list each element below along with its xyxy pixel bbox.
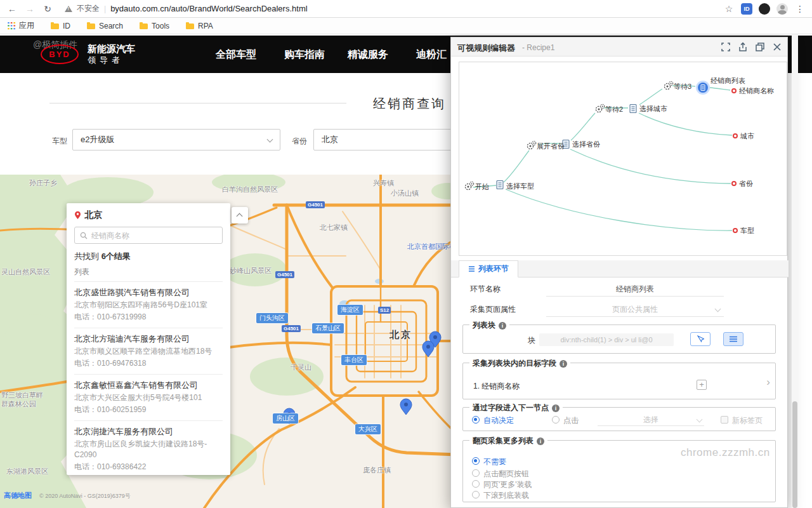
output-port-city[interactable] [733,134,737,138]
info-icon[interactable]: i [560,360,567,368]
dealer-search-input[interactable] [91,231,217,240]
flow-node-dealer-list[interactable] [696,81,710,95]
dealer-item[interactable]: 北京盛世路骐汽车销售有限公司 北京市朝阳区东四环南路56号D座101室 电话：0… [74,282,223,328]
forward-icon[interactable]: → [24,4,36,14]
click-page-button-radio[interactable] [472,469,480,477]
add-field-button[interactable]: + [697,380,707,390]
output-port-dealer-name[interactable] [732,89,736,93]
no-pagination-radio[interactable] [472,457,480,465]
map-label: 兴寿镇 [373,178,394,188]
byd-logo[interactable]: BYD [41,44,79,64]
target-fields-section: 采集列表块内的目标字段 i 1. 经销商名称 + › [462,363,776,399]
dealer-item[interactable]: 北京润捷汽车服务有限公司 北京市房山区良乡凯旋大街建设路18号-C2090 电话… [74,421,223,475]
output-port-model[interactable] [733,229,737,232]
infinite-scroll-radio[interactable] [472,491,480,498]
dealer-list-card: 北京 共找到 6个结果 列表 北京盛世路骐汽车销售有限公司 北京市朝阳区东四环南… [67,203,230,475]
flow-node-select-city[interactable] [630,105,636,113]
export-icon[interactable] [738,42,748,52]
tab-list-step[interactable]: 列表环节 [459,260,518,277]
no-pagination-label[interactable]: 不需要 [483,457,506,467]
map-label: 东湖港风景区 [6,467,48,476]
amap-logo: 高德地图 [4,491,32,500]
bookmark-folder-rpa[interactable]: RPA [186,22,213,30]
next-node-select[interactable]: 选择 [598,413,704,426]
chevron-down-icon [715,306,721,312]
click-label[interactable]: 点击 [563,415,579,426]
bookmark-label: ID [63,22,70,30]
info-icon[interactable]: i [499,322,506,330]
map-label: 白羊沟自然风景区 [222,185,278,194]
address-bar[interactable]: 不安全 | bydauto.com.cn/auto/BrandWorld/Sea… [60,2,717,16]
scrollbar-track[interactable] [792,34,798,508]
block-selector-input[interactable]: div:nth-child(1) > div > ul li@0 [539,333,674,346]
bookmark-star-icon[interactable]: ☆ [723,4,735,14]
dealer-address: 北京市顺义区顺平路空港物流基地西18号 [74,346,223,357]
flow-node-expand-province[interactable] [527,141,535,149]
extension-icon[interactable] [759,3,770,15]
pick-element-button[interactable] [690,332,710,346]
flow-node-select-model[interactable] [497,181,503,189]
scrollbar-thumb[interactable] [792,401,797,508]
security-warning-icon[interactable] [65,6,72,12]
step-name-row: 环节名称 经销商列表 [451,281,789,298]
security-label: 不安全 [77,3,100,14]
flow-node-wait2[interactable] [596,104,604,112]
load-more-radio[interactable] [472,480,480,488]
flow-node-wait3[interactable] [664,81,672,89]
refresh-icon[interactable]: ↻ [42,4,53,14]
nav-fans[interactable]: 迪粉汇 [416,48,447,62]
flow-node-start[interactable] [465,182,473,189]
collapse-panel-button[interactable] [232,207,248,224]
list-label: 列表 [74,267,223,282]
dealer-item[interactable]: 北京北方瑞迪汽车服务有限公司 北京市顺义区顺平路空港物流基地西18号 电话：01… [74,328,223,375]
step-name-input[interactable]: 经销商列表 [546,281,724,297]
dealer-address: 北京市朝阳区东四环南路56号D座101室 [74,300,223,311]
infinite-scroll-label[interactable]: 下滚到底装载 [483,490,529,501]
district-badge: 石景山区 [312,323,344,333]
fullscreen-icon[interactable] [721,42,731,52]
bookmark-folder-tools[interactable]: Tools [140,22,169,30]
list-block-section: 列表块 i 块 div:nth-child(1) > div > ul li@0 [462,324,776,354]
list-step-icon [468,265,475,272]
auto-decide-radio[interactable] [472,416,480,424]
page-attr-select[interactable]: 页面公共属性 [546,302,724,317]
nav-all-models[interactable]: 全部车型 [216,48,256,62]
bookmark-folder-search[interactable]: Search [87,22,123,30]
auto-decide-label[interactable]: 自动决定 [483,415,514,426]
info-icon[interactable]: i [552,404,560,412]
click-radio[interactable] [552,416,560,424]
nav-service[interactable]: 精诚服务 [348,48,388,62]
duplicate-icon[interactable] [755,42,765,52]
dealer-item[interactable]: 北京鑫敏恒嘉鑫汽车销售有限公司 北京市大兴区金服大街5号院4号楼101 电话：0… [74,375,223,421]
folder-icon [140,23,148,29]
url-text[interactable]: bydauto.com.cn/auto/BrandWorld/SearchDea… [110,4,307,13]
output-port-province[interactable] [732,182,736,185]
profile-avatar-icon[interactable] [776,3,788,15]
expand-field-chevron[interactable]: › [766,376,770,389]
load-more-label[interactable]: 同页'更多'装载 [483,479,532,490]
bookmark-folder-id[interactable]: ID [51,22,70,30]
id-extension-icon[interactable]: ID [741,3,752,15]
chevron-down-icon [697,417,703,423]
province-value: 北京 [322,135,338,144]
dealer-search-box[interactable] [74,227,223,244]
list-mode-button[interactable] [723,332,743,346]
editor-titlebar[interactable]: 可视规则编辑器 - Recipe1 [451,37,787,57]
nav-buying-guide[interactable]: 购车指南 [284,48,325,62]
vehicle-select[interactable]: e2升级版 [72,129,280,150]
map-label: 妙峰山风景区 [230,266,272,276]
click-page-button-label[interactable]: 点击翻页按钮 [483,469,529,479]
back-icon[interactable]: ← [6,4,18,14]
title-divider [49,103,346,104]
close-icon[interactable] [772,42,782,52]
target-field-item[interactable]: 1. 经销商名称 [473,381,520,392]
browser-menu-icon[interactable]: ⋮ [794,4,806,14]
flow-canvas[interactable]: 开始 选择车型 展开省份 选择省份 等待2 选择城市 等待3 经销商列表 经销商… [459,62,787,256]
new-tab-checkbox[interactable] [721,416,728,424]
info-icon[interactable]: i [537,438,544,445]
folder-icon [186,23,194,29]
new-tab-label[interactable]: 新标签页 [732,415,763,426]
brand-tagline: 新能源汽车 领导者 [88,43,135,65]
dealer-phone: 电话：010-60251959 [74,404,223,415]
bookmark-apps[interactable]: 应用 [8,20,34,31]
